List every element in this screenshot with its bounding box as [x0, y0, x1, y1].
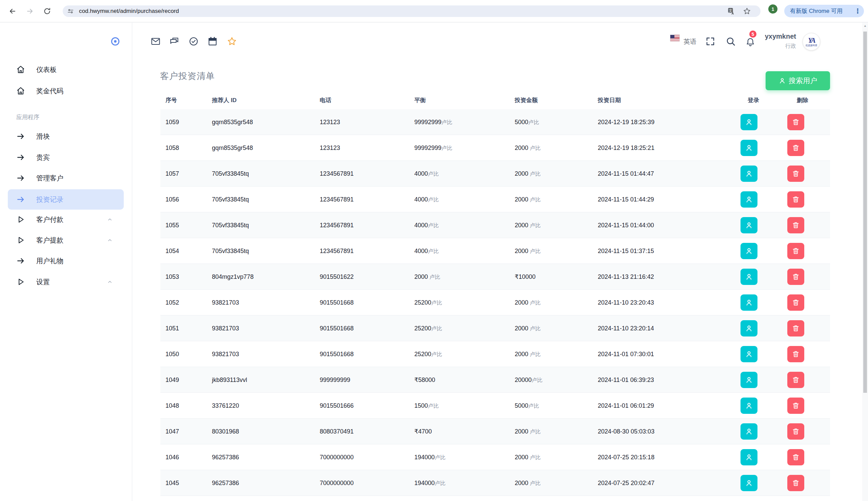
favorites-button[interactable]: [226, 36, 238, 47]
cell-phone: 8080370491: [320, 418, 354, 444]
login-user-button[interactable]: [740, 346, 758, 362]
cell-balance: 194000卢比: [414, 444, 446, 470]
sidebar-item[interactable]: 用户礼物: [8, 250, 124, 271]
delete-button[interactable]: [787, 295, 804, 311]
cell-amount: 2000 卢比: [515, 444, 541, 470]
amount-unit: 卢比: [528, 223, 541, 228]
address-bar[interactable]: cod.hwymw.net/admin/purchase/record 文: [63, 6, 760, 17]
forward-button[interactable]: [24, 6, 36, 17]
balance-value: 4000: [414, 222, 428, 228]
search-user-button[interactable]: 搜索用户: [766, 71, 830, 90]
sidebar-item[interactable]: 仪表板: [8, 60, 124, 80]
calendar-button[interactable]: [207, 36, 218, 47]
cell-referrer-id: 80301968: [212, 418, 239, 444]
cell-date: 2024-07-25 20:02:47: [598, 470, 654, 496]
sidebar-item[interactable]: 管理客户: [8, 168, 124, 188]
delete-button[interactable]: [787, 243, 804, 259]
cell-serial: 1054: [165, 238, 179, 264]
login-user-button[interactable]: [740, 320, 758, 337]
user-icon: [745, 170, 753, 178]
search-button[interactable]: [725, 36, 736, 47]
balance-value: ₹4700: [414, 428, 432, 435]
sidebar-toggle-button[interactable]: [110, 36, 120, 46]
cell-date: 2024-08-30 05:03:03: [598, 418, 654, 444]
table-row: 1058gqm8535gr54812312399992999卢比2000 卢比2…: [160, 135, 830, 161]
translate-icon[interactable]: 文: [727, 7, 735, 15]
delete-button[interactable]: [787, 449, 804, 465]
cell-serial: 1057: [165, 161, 179, 186]
user-avatar[interactable]: YA 优选源码库: [803, 33, 820, 51]
login-user-button[interactable]: [740, 269, 758, 285]
fullscreen-icon: [705, 36, 715, 46]
delete-button[interactable]: [787, 140, 804, 156]
browser-profile-avatar[interactable]: 1: [768, 4, 778, 13]
table-row: 1053804mgz1vp77890155016222000 卢比₹100002…: [160, 264, 830, 290]
reload-button[interactable]: [41, 6, 53, 17]
delete-button[interactable]: [787, 423, 804, 440]
amount-unit: 卢比: [528, 480, 541, 486]
login-user-button[interactable]: [740, 475, 758, 491]
balance-unit: 卢比: [442, 145, 452, 151]
language-selector[interactable]: 英语: [684, 37, 696, 46]
chrome-update-button[interactable]: 有新版 Chrome 可用 ⋮: [784, 5, 864, 17]
amount-value: 2000: [515, 480, 528, 487]
sidebar-item[interactable]: 设置: [8, 272, 124, 292]
cell-amount: 2000 卢比: [515, 238, 541, 264]
arrow-right-icon: [16, 132, 25, 141]
delete-button[interactable]: [787, 217, 804, 233]
us-flag-icon[interactable]: [670, 35, 680, 41]
balance-unit: 卢比: [428, 248, 439, 254]
fullscreen-button[interactable]: [705, 36, 716, 47]
sidebar-item[interactable]: 贵宾: [8, 147, 124, 168]
sidebar-item-label: 用户礼物: [36, 256, 63, 266]
page-scrollbar-thumb[interactable]: [863, 32, 867, 393]
sidebar-item[interactable]: 滑块: [8, 126, 124, 147]
cell-balance: 2000 卢比: [414, 264, 441, 290]
sidebar-item[interactable]: 客户提款: [8, 230, 124, 250]
login-user-button[interactable]: [740, 114, 758, 130]
login-user-button[interactable]: [740, 423, 758, 440]
sidebar-item[interactable]: 投资记录: [8, 189, 124, 210]
tasks-button[interactable]: [188, 36, 199, 47]
chat-button[interactable]: [169, 36, 180, 47]
back-button[interactable]: [7, 6, 18, 17]
login-user-button[interactable]: [740, 397, 758, 414]
delete-button[interactable]: [787, 320, 804, 337]
delete-button[interactable]: [787, 372, 804, 388]
mail-button[interactable]: [150, 36, 161, 47]
bookmark-star-icon[interactable]: [743, 7, 751, 15]
play-icon: [16, 236, 25, 245]
login-user-button[interactable]: [740, 295, 758, 311]
delete-button[interactable]: [787, 269, 804, 285]
home-icon: [16, 65, 25, 74]
sidebar-item[interactable]: 客户付款: [8, 209, 124, 230]
delete-button[interactable]: [787, 166, 804, 182]
delete-button[interactable]: [787, 114, 804, 130]
login-user-button[interactable]: [740, 449, 758, 465]
login-user-button[interactable]: [740, 372, 758, 388]
sidebar-item[interactable]: 奖金代码: [8, 81, 124, 101]
delete-button[interactable]: [787, 397, 804, 414]
sidebar-item-label: 设置: [36, 277, 50, 287]
browser-menu-icon[interactable]: ⋮: [855, 5, 861, 17]
cell-amount: 2000 卢比: [515, 212, 541, 238]
delete-button[interactable]: [787, 191, 804, 207]
page-scrollbar-track[interactable]: ▲: [862, 23, 868, 501]
delete-button[interactable]: [787, 346, 804, 362]
site-info-icon[interactable]: [67, 8, 74, 15]
cell-referrer-id: jkb893113vvl: [212, 367, 247, 393]
cell-phone: 7000000000: [320, 470, 354, 496]
login-user-button[interactable]: [740, 243, 758, 259]
login-user-button[interactable]: [740, 217, 758, 233]
username-label[interactable]: yxymknet: [759, 33, 796, 40]
sidebar-item-label: 贵宾: [36, 153, 50, 162]
login-user-button[interactable]: [740, 166, 758, 182]
delete-button[interactable]: [787, 475, 804, 491]
cell-amount: ₹10000: [515, 264, 536, 290]
login-user-button[interactable]: [740, 191, 758, 207]
login-user-button[interactable]: [740, 140, 758, 156]
amount-value: ₹10000: [515, 274, 536, 280]
scroll-up-arrow[interactable]: ▲: [862, 24, 868, 28]
trash-icon: [792, 273, 800, 281]
cell-phone: 9015501666: [320, 393, 354, 418]
